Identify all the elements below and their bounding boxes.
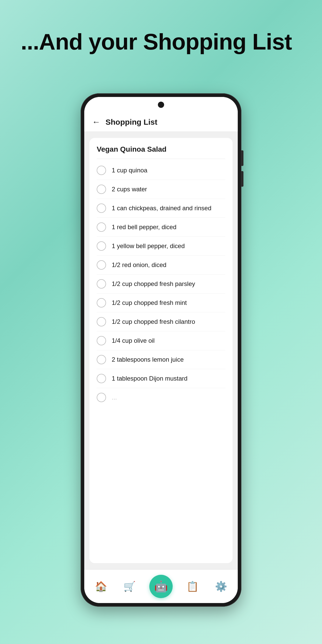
list-item[interactable]: 1/2 cup chopped fresh cilantro [97, 312, 225, 331]
checkbox-circle[interactable] [97, 166, 106, 175]
list-item[interactable]: 1/2 cup chopped fresh parsley [97, 275, 225, 293]
ingredient-text: 1/2 cup chopped fresh mint [112, 299, 187, 306]
nav-cart[interactable]: 🛒 [121, 578, 138, 595]
app-header: ← Shopping List [84, 113, 238, 132]
volume-button-1 [241, 150, 243, 166]
ingredients-list: 1 cup quinoa 2 cups water 1 can chickpea… [97, 161, 225, 407]
list-item[interactable]: 1 can chickpeas, drained and rinsed [97, 199, 225, 218]
list-item[interactable]: 1 red bell pepper, diced [97, 218, 225, 237]
list-item[interactable]: 1/4 cup olive oil [97, 331, 225, 350]
ingredient-text: 1 tablespoon Dijon mustard [112, 375, 187, 382]
chef-icon: 🤖 [154, 580, 168, 593]
list-item[interactable]: 1 tablespoon Dijon mustard [97, 369, 225, 388]
checkbox-circle[interactable] [97, 204, 106, 213]
home-icon: 🏠 [95, 581, 107, 592]
checkbox-circle[interactable] [97, 241, 106, 251]
phone-frame: ← Shopping List Vegan Quinoa Salad 1 cup… [81, 93, 241, 607]
checkbox-circle[interactable] [97, 279, 106, 289]
ingredient-text: 1 yellow bell pepper, diced [112, 242, 185, 250]
page-title: ...And your Shopping List [21, 29, 292, 55]
list-item[interactable]: 1 yellow bell pepper, diced [97, 237, 225, 256]
ingredient-text: 1/2 cup chopped fresh parsley [112, 280, 195, 288]
ingredient-text: 1 can chickpeas, drained and rinsed [112, 205, 211, 212]
ingredient-text: ... [112, 394, 117, 401]
ingredient-text: 2 cups water [112, 186, 147, 193]
checkbox-circle[interactable] [97, 374, 106, 383]
app-content: Vegan Quinoa Salad 1 cup quinoa 2 cups w… [84, 132, 238, 569]
checkbox-circle[interactable] [97, 298, 106, 307]
ingredient-text: 2 tablespoons lemon juice [112, 356, 184, 363]
shopping-card: Vegan Quinoa Salad 1 cup quinoa 2 cups w… [89, 138, 233, 563]
list-item[interactable]: 1/2 red onion, diced [97, 256, 225, 275]
settings-icon: ⚙️ [215, 581, 227, 592]
list-item[interactable]: 2 cups water [97, 180, 225, 199]
cart-icon: 🛒 [123, 581, 136, 592]
list-item[interactable]: ... [97, 388, 225, 407]
nav-chef[interactable]: 🤖 [149, 575, 173, 598]
volume-button-2 [241, 171, 243, 187]
checkbox-circle[interactable] [97, 317, 106, 326]
ingredient-text: 1/4 cup olive oil [112, 337, 155, 344]
list-icon: 📋 [186, 581, 199, 592]
camera-dot [158, 102, 164, 108]
checkbox-circle[interactable] [97, 185, 106, 194]
ingredient-text: 1 red bell pepper, diced [112, 223, 177, 231]
nav-settings[interactable]: ⚙️ [212, 578, 230, 595]
checkbox-circle[interactable] [97, 355, 106, 364]
list-item[interactable]: 2 tablespoons lemon juice [97, 350, 225, 369]
nav-home[interactable]: 🏠 [92, 578, 110, 595]
back-button[interactable]: ← [92, 117, 100, 127]
checkbox-circle[interactable] [97, 260, 106, 270]
screen-title: Shopping List [106, 118, 157, 127]
recipe-title: Vegan Quinoa Salad [97, 145, 225, 159]
phone-mockup: ← Shopping List Vegan Quinoa Salad 1 cup… [21, 93, 301, 644]
ingredient-text: 1/2 cup chopped fresh cilantro [112, 318, 195, 325]
checkbox-circle[interactable] [97, 393, 106, 402]
list-item[interactable]: 1/2 cup chopped fresh mint [97, 293, 225, 312]
phone-screen: ← Shopping List Vegan Quinoa Salad 1 cup… [84, 97, 238, 603]
checkbox-circle[interactable] [97, 222, 106, 232]
ingredient-text: 1 cup quinoa [112, 167, 147, 174]
bottom-nav: 🏠 🛒 🤖 📋 ⚙️ [84, 569, 238, 603]
list-item[interactable]: 1 cup quinoa [97, 161, 225, 180]
ingredient-text: 1/2 red onion, diced [112, 261, 166, 269]
nav-list[interactable]: 📋 [184, 578, 201, 595]
notch-area [84, 97, 238, 113]
checkbox-circle[interactable] [97, 336, 106, 345]
